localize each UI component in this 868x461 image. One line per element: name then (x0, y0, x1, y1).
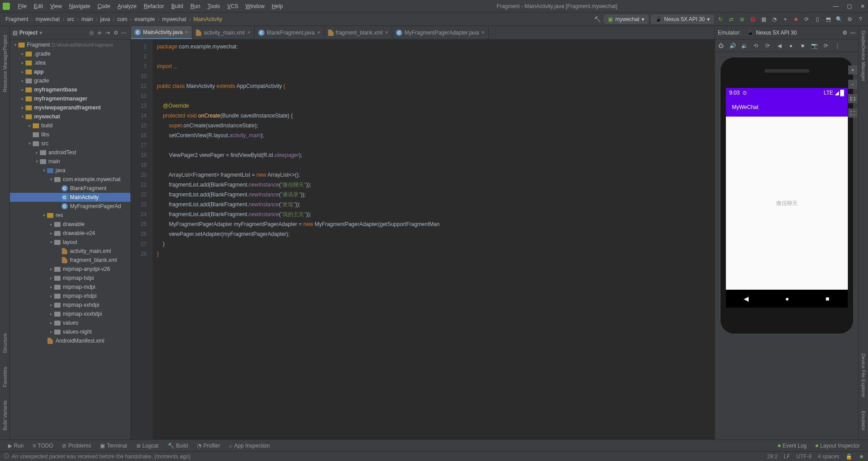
rail-resource-manager[interactable]: Resource Manager (2, 50, 8, 92)
tree-item[interactable]: libs (10, 130, 130, 139)
chevron-right-icon[interactable]: ▸ (20, 87, 25, 92)
bottom-tool-build[interactable]: 🔨Build (163, 443, 193, 449)
breadcrumb-item[interactable]: Fragment (4, 16, 30, 22)
line-number[interactable]: 11 (131, 81, 147, 91)
code-line[interactable]: } (157, 239, 715, 249)
chevron-down-icon[interactable]: ▾ (48, 177, 54, 182)
line-number[interactable]: 19 (131, 160, 147, 170)
code-line[interactable]: fragmentList.add(BlankFragment.newInstan… (157, 180, 715, 190)
code-line[interactable]: protected void onCreate(Bundle savedInst… (157, 111, 715, 121)
chevron-right-icon[interactable]: ▸ (48, 222, 54, 226)
zoom-button[interactable]: − (848, 80, 857, 89)
collapse-icon[interactable]: ⇥ (104, 30, 112, 36)
menu-edit[interactable]: Edit (30, 3, 47, 9)
chevron-down-icon[interactable]: ▾ (34, 159, 39, 164)
emulator-device[interactable]: 📱 Nexus 5X API 30 (743, 29, 800, 37)
breadcrumb-item[interactable]: java (98, 16, 112, 22)
close-tab-icon[interactable]: ✕ (185, 30, 188, 35)
bottom-tool-app-inspection[interactable]: ⌕App Inspection (225, 443, 274, 449)
rail-structure[interactable]: Structure (2, 333, 8, 353)
build-icon[interactable]: 🔨 (593, 15, 601, 23)
line-number[interactable]: 25 (131, 219, 147, 229)
tree-item[interactable]: ▸mipmap-hdpi (10, 274, 130, 283)
tree-item[interactable]: CBlankFragment (10, 184, 130, 193)
chevron-right-icon[interactable]: ▸ (48, 303, 54, 307)
code-line[interactable]: super.onCreate(savedInstanceState); (157, 121, 715, 130)
record-icon[interactable]: ⟳ (822, 42, 830, 50)
chevron-right-icon[interactable]: ▸ (20, 52, 25, 56)
apply-changes-button[interactable]: ⇄ (727, 15, 735, 23)
rail-gradle[interactable]: Gradle (861, 30, 866, 45)
tree-item[interactable]: ▾src (10, 139, 130, 148)
line-number[interactable]: 18 (131, 150, 147, 160)
tree-item[interactable]: ▾java (10, 166, 130, 175)
tree-item[interactable]: ▸mipmap-anydpi-v26 (10, 265, 130, 274)
close-tab-icon[interactable]: ✕ (247, 30, 251, 35)
project-panel-title[interactable]: Project (19, 30, 38, 36)
line-number[interactable]: 13 (131, 101, 147, 111)
menu-refactor[interactable]: Refactor (140, 3, 168, 9)
tree-item[interactable]: ▾res (10, 211, 130, 220)
bottom-tool-problems[interactable]: ⊘Problems (57, 443, 95, 449)
tree-item[interactable]: ▸app (10, 67, 130, 76)
code-line[interactable] (157, 91, 715, 101)
breadcrumb-item[interactable]: example (133, 16, 156, 22)
editor-tab[interactable]: activity_main.xml✕ (192, 26, 254, 39)
code-line[interactable]: package com.example.mywechat; (157, 42, 715, 52)
status-segment[interactable]: 4 spaces (818, 453, 839, 460)
menu-help[interactable]: Help (268, 3, 286, 9)
gear-icon[interactable]: ⚙ (842, 30, 847, 36)
chevron-right-icon[interactable]: ▸ (48, 285, 54, 289)
volume-up-icon[interactable]: 🔊 (729, 42, 737, 50)
tree-item[interactable]: ▾layout (10, 238, 130, 247)
line-number[interactable]: 12 (131, 91, 147, 101)
chevron-right-icon[interactable]: ▸ (48, 312, 54, 316)
tree-item[interactable]: ▸.idea (10, 58, 130, 67)
code-line[interactable]: } (157, 249, 715, 259)
volume-down-icon[interactable]: 🔉 (740, 42, 748, 50)
project-tree[interactable]: ▾FragmentD:\Android\Works\Fragment▸.grad… (10, 39, 130, 439)
chevron-down-icon[interactable]: ▾ (48, 240, 54, 244)
zoom-button[interactable]: ⛶ (848, 109, 857, 117)
bottom-tool-terminal[interactable]: ▣Terminal (95, 443, 131, 449)
code-line[interactable]: fragmentList.add(BlankFragment.newInstan… (157, 209, 715, 219)
coverage-button[interactable]: ▦ (760, 15, 768, 23)
attach-debugger-button[interactable]: ⌖ (781, 15, 789, 23)
screenshot-icon[interactable]: 📷 (810, 42, 818, 50)
run-config-selector[interactable]: ▣ mywechat ▾ (604, 15, 648, 24)
feedback-icon[interactable]: ☻ (859, 453, 864, 460)
tree-item[interactable]: ▸mipmap-xxxhdpi (10, 309, 130, 318)
lock-icon[interactable]: 🔒 (846, 453, 852, 460)
tree-item[interactable]: CMainActivity (10, 193, 130, 202)
chevron-right-icon[interactable]: ▸ (48, 276, 54, 280)
chevron-down-icon[interactable]: ▾ (41, 213, 47, 217)
menu-window[interactable]: Window (242, 3, 268, 9)
home-icon[interactable]: ● (787, 42, 795, 50)
breadcrumb-item[interactable]: mywechat (34, 16, 61, 22)
breadcrumb-item[interactable]: mywechat (160, 16, 188, 22)
tree-item[interactable]: ▸gradle (10, 76, 130, 85)
line-number[interactable]: 21 (131, 180, 147, 190)
tree-item[interactable]: CMyFragmentPagerAd (10, 202, 130, 211)
code-line[interactable] (157, 71, 715, 81)
code-line[interactable]: MyFragmentPagerAdapter myFragmentPagerAd… (157, 219, 715, 229)
zoom-button[interactable]: + (848, 65, 857, 74)
chevron-right-icon[interactable]: ▸ (48, 330, 54, 334)
rail-device-file-explorer[interactable]: Device File Explorer (861, 353, 866, 397)
code-line[interactable]: viewPager.setAdapter(myFragmentPagerAdap… (157, 229, 715, 239)
debug-button[interactable]: 🐞 (749, 15, 757, 23)
tree-item[interactable]: AndroidManifest.xml (10, 336, 130, 345)
sdk-button[interactable]: ⬒ (824, 15, 832, 23)
code-line[interactable]: import ... (157, 61, 715, 71)
zoom-button[interactable]: 1:1 (848, 94, 857, 103)
line-number[interactable]: 27 (131, 239, 147, 249)
chevron-right-icon[interactable]: ▸ (48, 294, 54, 298)
close-tab-icon[interactable]: ✕ (481, 30, 485, 35)
rail-project[interactable]: Project (2, 35, 8, 50)
status-segment[interactable]: LF (784, 453, 790, 460)
expand-icon[interactable]: ≑ (95, 30, 104, 36)
tree-item[interactable]: ▸androidTest (10, 148, 130, 157)
line-number[interactable]: 20 (131, 170, 147, 180)
back-icon[interactable]: ◀ (775, 42, 783, 50)
bottom-tool-layout-inspector[interactable]: Layout Inspector (811, 443, 864, 449)
